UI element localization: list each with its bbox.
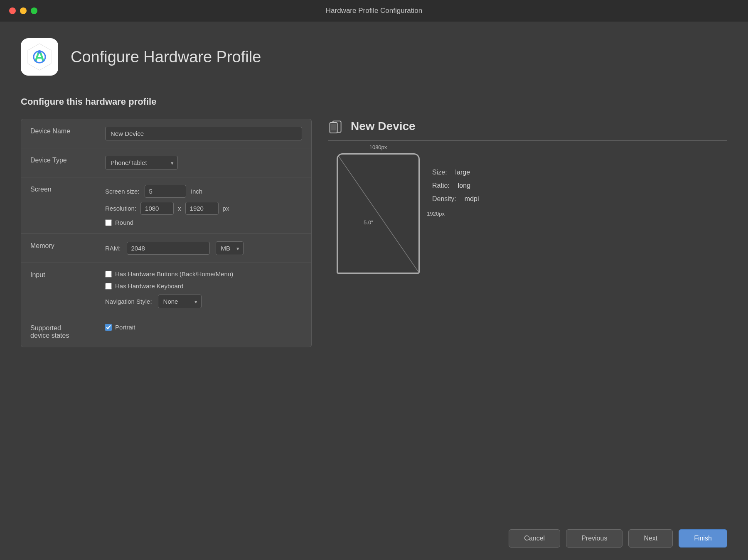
svg-line-8 (338, 155, 418, 272)
screen-control: Screen size: inch Resolution: x px (105, 185, 302, 226)
title-bar: Hardware Profile Configuration (0, 0, 748, 22)
preview-header: New Device (328, 119, 727, 141)
preview-body: 1080px 5.0" 1920px Size: large (328, 153, 727, 274)
device-type-select-wrapper: Phone/Tablet Android Wear Android TV And… (105, 156, 178, 169)
size-value: large (455, 166, 470, 179)
hw-keyboard-row: Has Hardware Keyboard (105, 282, 302, 290)
input-control: Has Hardware Buttons (Back/Home/Menu) Ha… (105, 270, 302, 308)
supported-states-row: Supported device states Portrait (21, 316, 311, 347)
portrait-label: Portrait (115, 324, 135, 331)
round-label: Round (115, 219, 133, 226)
form-card: Device Name Device Type Phone/Tablet And… (21, 119, 312, 347)
main-content: A Configure Hardware Profile Configure t… (0, 22, 748, 521)
ram-unit-select-wrapper: MB GB (216, 241, 244, 255)
device-preview-container: 1080px 5.0" 1920px (337, 153, 420, 274)
svg-point-4 (38, 50, 41, 54)
screen-row: Screen Screen size: inch Resolution: (21, 177, 311, 234)
resolution-row: Resolution: x px (105, 202, 302, 215)
preview-panel: New Device 1080px 5.0" 1920px (328, 119, 727, 508)
ram-input[interactable] (127, 242, 210, 255)
nav-style-select-wrapper: None D-pad Trackball Wheel (158, 295, 202, 308)
memory-row: Memory RAM: MB GB (21, 234, 311, 263)
minimize-button[interactable] (20, 7, 27, 14)
nav-style-label: Navigation Style: (105, 298, 152, 305)
screen-size-label: Screen size: (105, 188, 140, 195)
device-diagonal-svg (338, 155, 418, 273)
input-label: Input (30, 270, 105, 279)
previous-button[interactable]: Previous (566, 529, 623, 548)
hw-buttons-row: Has Hardware Buttons (Back/Home/Menu) (105, 270, 302, 278)
ratio-label: Ratio: (432, 179, 450, 192)
cancel-button[interactable]: Cancel (509, 529, 560, 548)
device-type-control: Phone/Tablet Android Wear Android TV And… (105, 156, 302, 169)
ram-row: RAM: MB GB (105, 241, 302, 255)
svg-rect-7 (331, 124, 336, 130)
screen-label: Screen (30, 185, 105, 193)
round-row: Round (105, 219, 302, 226)
density-value: mdpi (465, 192, 479, 206)
spec-size-row: Size: large (432, 166, 479, 179)
nav-style-row: Navigation Style: None D-pad Trackball W… (105, 295, 302, 308)
density-label: Density: (432, 192, 456, 206)
portrait-checkbox[interactable] (105, 324, 112, 331)
device-name-input[interactable] (105, 127, 302, 140)
resolution-unit: px (223, 205, 229, 212)
hw-keyboard-checkbox[interactable] (105, 283, 112, 290)
device-preview-icon (328, 119, 343, 134)
resolution-x-sep: x (178, 205, 181, 212)
device-name-control (105, 127, 302, 140)
section-title: Configure this hardware profile (21, 96, 727, 107)
next-button[interactable]: Next (628, 529, 673, 548)
screen-size-input[interactable] (145, 185, 186, 198)
round-checkbox[interactable] (105, 219, 112, 226)
ratio-value: long (458, 179, 470, 192)
device-name-label: Device Name (30, 127, 105, 135)
resolution-x-input[interactable] (140, 202, 174, 215)
input-section: Has Hardware Buttons (Back/Home/Menu) Ha… (105, 270, 302, 308)
hw-buttons-checkbox[interactable] (105, 271, 112, 278)
device-name-row: Device Name (21, 119, 311, 148)
device-frame: 5.0" (337, 153, 420, 274)
spec-density-row: Density: mdpi (432, 192, 479, 206)
window-title: Hardware Profile Configuration (326, 7, 422, 15)
dimension-center-label: 5.0" (364, 219, 373, 226)
maximize-button[interactable] (31, 7, 37, 14)
input-row: Input Has Hardware Buttons (Back/Home/Me… (21, 263, 311, 316)
traffic-lights (9, 7, 37, 14)
supported-states-control: Portrait (105, 324, 302, 331)
dimension-right-label: 1920px (427, 211, 445, 217)
spec-ratio-row: Ratio: long (432, 179, 479, 192)
memory-label: Memory (30, 241, 105, 250)
ram-unit-select[interactable]: MB GB (216, 241, 244, 255)
hw-keyboard-label: Has Hardware Keyboard (115, 282, 183, 290)
android-studio-logo: A (25, 42, 54, 72)
header: A Configure Hardware Profile (21, 38, 727, 76)
resolution-y-input[interactable] (185, 202, 219, 215)
form-layout: Device Name Device Type Phone/Tablet And… (21, 119, 727, 508)
device-type-select[interactable]: Phone/Tablet Android Wear Android TV And… (105, 156, 178, 169)
bottom-bar: Cancel Previous Next Finish (0, 521, 748, 560)
portrait-row: Portrait (105, 324, 302, 331)
page-title: Configure Hardware Profile (71, 48, 261, 66)
preview-specs: Size: large Ratio: long Density: mdpi (432, 166, 479, 206)
screen-size-unit: inch (191, 188, 203, 195)
dimension-top-label: 1080px (369, 144, 387, 150)
finish-button[interactable]: Finish (679, 529, 727, 548)
close-button[interactable] (9, 7, 16, 14)
supported-states-label: Supported device states (30, 324, 105, 339)
preview-device-name: New Device (351, 120, 416, 133)
hw-buttons-label: Has Hardware Buttons (Back/Home/Menu) (115, 270, 233, 278)
memory-control: RAM: MB GB (105, 241, 302, 255)
size-label: Size: (432, 166, 447, 179)
resolution-label: Resolution: (105, 205, 136, 212)
nav-style-select[interactable]: None D-pad Trackball Wheel (158, 295, 202, 308)
device-type-label: Device Type (30, 156, 105, 164)
logo-container: A (21, 38, 58, 76)
ram-label: RAM: (105, 245, 121, 252)
form-panel: Device Name Device Type Phone/Tablet And… (21, 119, 312, 508)
device-type-row: Device Type Phone/Tablet Android Wear An… (21, 148, 311, 177)
